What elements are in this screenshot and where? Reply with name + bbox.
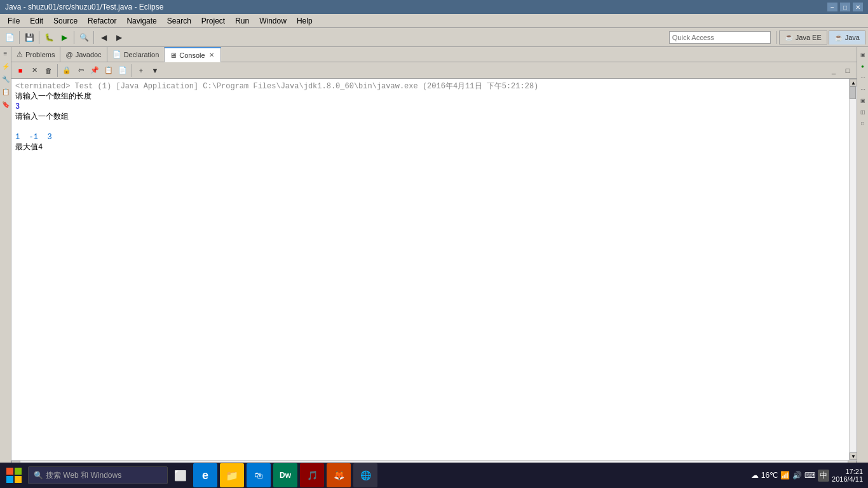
activity-icon-5[interactable]: 🔖 xyxy=(1,99,11,109)
toolbar-separator-5 xyxy=(776,31,776,44)
right-icon-5[interactable]: ▣ xyxy=(858,95,868,105)
remove-terminated-button[interactable]: ✕ xyxy=(28,64,41,77)
terminate-button[interactable]: ■ xyxy=(14,64,27,77)
start-button[interactable] xyxy=(3,464,25,487)
scroll-track[interactable] xyxy=(850,86,857,452)
right-icon-4[interactable]: ⋯ xyxy=(858,84,868,94)
java-ee-icon: ☕ xyxy=(785,33,794,41)
right-sidebar: ▣ ● ⋯ ⋯ ▣ ◫ □ xyxy=(857,47,868,469)
debug-button[interactable]: 🐛 xyxy=(42,30,56,44)
task-view-button[interactable]: ⬜ xyxy=(170,465,191,485)
taskbar-search-box[interactable]: 🔍 搜索 Web 和 Windows xyxy=(28,466,168,484)
activity-icon-4[interactable]: 📋 xyxy=(1,86,11,97)
console-tab-close[interactable]: ✕ xyxy=(208,51,215,59)
right-icon-2[interactable]: ● xyxy=(858,61,868,71)
menu-project[interactable]: Project xyxy=(196,15,230,27)
system-clock[interactable]: 17:21 2016/4/11 xyxy=(832,468,863,483)
scroll-up-button[interactable]: ▲ xyxy=(850,79,857,86)
toolbar-separator-3 xyxy=(74,31,74,44)
menu-help[interactable]: Help xyxy=(292,15,318,27)
tab-declaration[interactable]: 📄 Declaration xyxy=(107,47,165,62)
java-ee-perspective-button[interactable]: ☕ Java EE xyxy=(779,30,827,44)
console-vertical-scrollbar[interactable]: ▲ ▼ xyxy=(849,79,857,460)
toolbar-separator-4 xyxy=(93,31,94,44)
activity-icon-3[interactable]: 🔧 xyxy=(1,74,11,84)
toolbar-separator-1 xyxy=(19,31,20,44)
menu-file[interactable]: File xyxy=(3,15,25,27)
open-console-button[interactable]: ▼ xyxy=(149,64,161,77)
tab-javadoc[interactable]: @ Javadoc xyxy=(60,47,107,62)
file-explorer-icon[interactable]: 📁 xyxy=(220,463,244,487)
titlebar: Java - shuzu01/src/shuzu01/Test.java - E… xyxy=(0,0,868,14)
copy-button[interactable]: 📋 xyxy=(102,64,115,77)
window-controls: − □ ✕ xyxy=(827,3,863,11)
right-icon-3[interactable]: ⋯ xyxy=(858,72,868,83)
menu-run[interactable]: Run xyxy=(230,15,254,27)
tab-console[interactable]: 🖥 Console ✕ xyxy=(165,47,220,62)
dreamweaver-icon[interactable]: Dw xyxy=(273,463,297,487)
tray-input-method[interactable]: 中 xyxy=(818,470,829,482)
back-button[interactable]: ◀ xyxy=(97,30,111,44)
windows-logo xyxy=(6,468,22,483)
search-icon: 🔍 xyxy=(34,471,43,480)
console-line-5: 最大值4 xyxy=(15,142,845,152)
tray-icon-weather[interactable]: ☁ xyxy=(751,471,759,480)
menu-navigate[interactable]: Navigate xyxy=(121,15,161,27)
app-icon-7[interactable]: 🌐 xyxy=(353,463,377,487)
minimize-view-button[interactable]: _ xyxy=(827,64,840,77)
new-console-button[interactable]: + xyxy=(135,64,147,77)
scroll-down-button[interactable]: ▼ xyxy=(850,452,857,460)
right-icon-1[interactable]: ▣ xyxy=(858,50,868,60)
tray-wifi-icon[interactable]: 📶 xyxy=(780,471,790,480)
menu-search[interactable]: Search xyxy=(162,15,196,27)
app-icon-5[interactable]: 🎵 xyxy=(300,463,324,487)
activity-bar: ≡ ⚡ 🔧 📋 🔖 xyxy=(0,47,11,469)
java-perspective-button[interactable]: ☕ Java xyxy=(829,30,865,44)
console-line-1: 请输入一个数组的长度 xyxy=(15,92,845,102)
store-icon[interactable]: 🛍 xyxy=(247,463,271,487)
word-wrap-button[interactable]: ⇦ xyxy=(74,64,87,77)
new-button[interactable]: 📄 xyxy=(3,30,17,44)
quick-access-box[interactable] xyxy=(669,31,771,44)
scroll-thumb[interactable] xyxy=(850,86,856,99)
clock-date: 2016/4/11 xyxy=(832,475,863,483)
pin-button[interactable]: 📌 xyxy=(88,64,101,77)
console-line-empty xyxy=(15,122,845,132)
tray-speaker-icon[interactable]: 🔊 xyxy=(792,471,802,480)
maximize-button[interactable]: □ xyxy=(840,3,850,11)
right-icon-7[interactable]: □ xyxy=(858,118,868,128)
clear-console-button[interactable]: 🗑 xyxy=(42,64,55,77)
menu-refactor[interactable]: Refactor xyxy=(83,15,121,27)
tab-bar: ⚠ Problems @ Javadoc 📄 Declaration 🖥 Con… xyxy=(11,47,857,62)
menu-edit[interactable]: Edit xyxy=(25,15,48,27)
app-icon-6[interactable]: 🦊 xyxy=(327,463,351,487)
run-button[interactable]: ▶ xyxy=(57,30,71,44)
console-line-4: 1 -1 3 xyxy=(15,132,845,142)
console-output: <terminated> Test (1) [Java Application]… xyxy=(11,79,849,460)
menu-window[interactable]: Window xyxy=(254,15,292,27)
maximize-view-button[interactable]: □ xyxy=(841,64,854,77)
forward-button[interactable]: ▶ xyxy=(112,30,126,44)
win-tile-2 xyxy=(15,468,22,475)
console-toolbar: ■ ✕ 🗑 🔒 ⇦ 📌 📋 📄 + ▼ _ □ xyxy=(11,62,857,79)
save-button[interactable]: 💾 xyxy=(22,30,36,44)
activity-icon-1[interactable]: ≡ xyxy=(1,48,11,58)
right-icon-6[interactable]: ◫ xyxy=(858,107,868,117)
console-icon: 🖥 xyxy=(170,51,177,59)
search-button[interactable]: 🔍 xyxy=(77,30,91,44)
edge-icon[interactable]: e xyxy=(193,463,217,487)
scroll-lock-button[interactable]: 🔒 xyxy=(60,64,73,77)
minimize-button[interactable]: − xyxy=(827,3,837,11)
quick-access-input[interactable] xyxy=(672,34,768,41)
tray-temperature: 16℃ xyxy=(761,471,778,480)
win-tile-3 xyxy=(6,476,13,483)
javadoc-icon: @ xyxy=(65,51,72,58)
tab-problems[interactable]: ⚠ Problems xyxy=(11,47,60,62)
console-panel: ⚠ Problems @ Javadoc 📄 Declaration 🖥 Con… xyxy=(11,47,857,469)
tray-keyboard-icon[interactable]: ⌨ xyxy=(804,471,815,480)
activity-icon-2[interactable]: ⚡ xyxy=(1,61,11,71)
console-line-3: 请输入一个数组 xyxy=(15,112,845,122)
close-button[interactable]: ✕ xyxy=(853,3,863,11)
menu-source[interactable]: Source xyxy=(48,15,83,27)
paste-button[interactable]: 📄 xyxy=(116,64,129,77)
